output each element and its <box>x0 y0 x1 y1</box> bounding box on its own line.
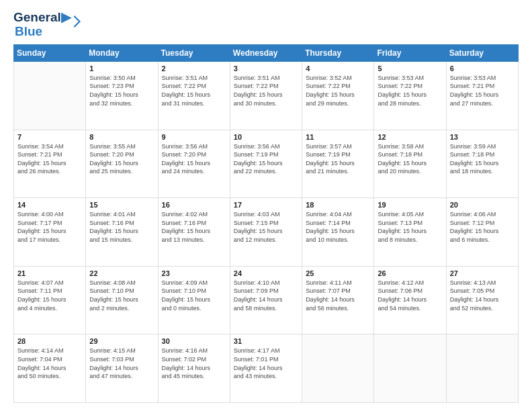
day-number: 2 <box>162 64 226 73</box>
day-number: 5 <box>378 64 442 73</box>
cell-content: Sunrise: 3:56 AM Sunset: 7:20 PM Dayligh… <box>162 142 226 176</box>
calendar-cell: 10Sunrise: 3:56 AM Sunset: 7:19 PM Dayli… <box>230 130 302 198</box>
cell-content: Sunrise: 4:01 AM Sunset: 7:16 PM Dayligh… <box>89 210 154 244</box>
calendar-cell: 15Sunrise: 4:01 AM Sunset: 7:16 PM Dayli… <box>86 198 158 267</box>
cell-content: Sunrise: 4:10 AM Sunset: 7:09 PM Dayligh… <box>234 279 298 312</box>
cell-content: Sunrise: 3:51 AM Sunset: 7:22 PM Dayligh… <box>234 74 298 107</box>
calendar-cell: 13Sunrise: 3:59 AM Sunset: 7:18 PM Dayli… <box>446 130 518 198</box>
day-number: 31 <box>234 337 298 345</box>
cell-content: Sunrise: 4:15 AM Sunset: 7:03 PM Dayligh… <box>89 347 154 380</box>
day-number: 8 <box>89 133 154 141</box>
logo: General▶ Blue <box>13 11 81 38</box>
calendar-cell: 25Sunrise: 4:11 AM Sunset: 7:07 PM Dayli… <box>302 266 374 334</box>
day-number: 24 <box>234 269 298 277</box>
weekday-saturday: Saturday <box>446 44 518 61</box>
cell-content: Sunrise: 3:50 AM Sunset: 7:23 PM Dayligh… <box>89 74 154 107</box>
weekday-tuesday: Tuesday <box>158 44 230 61</box>
calendar-cell <box>374 334 446 403</box>
calendar-cell: 12Sunrise: 3:58 AM Sunset: 7:18 PM Dayli… <box>374 130 446 198</box>
cell-content: Sunrise: 3:56 AM Sunset: 7:19 PM Dayligh… <box>234 142 298 176</box>
calendar-cell: 27Sunrise: 4:13 AM Sunset: 7:05 PM Dayli… <box>446 266 518 334</box>
cell-content: Sunrise: 4:14 AM Sunset: 7:04 PM Dayligh… <box>17 347 82 380</box>
cell-content: Sunrise: 4:08 AM Sunset: 7:10 PM Dayligh… <box>89 279 154 312</box>
cell-content: Sunrise: 3:53 AM Sunset: 7:21 PM Dayligh… <box>450 74 515 107</box>
cell-content: Sunrise: 3:59 AM Sunset: 7:18 PM Dayligh… <box>450 142 515 176</box>
calendar-cell: 29Sunrise: 4:15 AM Sunset: 7:03 PM Dayli… <box>86 334 158 403</box>
calendar-cell: 23Sunrise: 4:09 AM Sunset: 7:10 PM Dayli… <box>158 266 230 334</box>
day-number: 9 <box>162 133 226 141</box>
header: General▶ Blue <box>13 11 519 38</box>
calendar-cell: 1Sunrise: 3:50 AM Sunset: 7:23 PM Daylig… <box>86 61 158 130</box>
cell-content: Sunrise: 4:17 AM Sunset: 7:01 PM Dayligh… <box>234 347 298 380</box>
calendar-cell: 17Sunrise: 4:03 AM Sunset: 7:15 PM Dayli… <box>230 198 302 267</box>
calendar-week-1: 1Sunrise: 3:50 AM Sunset: 7:23 PM Daylig… <box>14 61 519 130</box>
calendar-cell <box>14 61 86 130</box>
calendar-cell: 14Sunrise: 4:00 AM Sunset: 7:17 PM Dayli… <box>14 198 86 267</box>
cell-content: Sunrise: 4:13 AM Sunset: 7:05 PM Dayligh… <box>450 279 515 312</box>
weekday-wednesday: Wednesday <box>230 44 302 61</box>
calendar-cell: 28Sunrise: 4:14 AM Sunset: 7:04 PM Dayli… <box>14 334 86 403</box>
calendar-cell: 7Sunrise: 3:54 AM Sunset: 7:21 PM Daylig… <box>14 130 86 198</box>
weekday-header-row: SundayMondayTuesdayWednesdayThursdayFrid… <box>14 44 519 61</box>
cell-content: Sunrise: 3:57 AM Sunset: 7:19 PM Dayligh… <box>306 142 370 176</box>
day-number: 22 <box>89 269 154 277</box>
day-number: 21 <box>17 269 82 277</box>
day-number: 20 <box>450 201 515 209</box>
calendar-cell <box>302 334 374 403</box>
weekday-monday: Monday <box>86 44 158 61</box>
calendar-cell: 19Sunrise: 4:05 AM Sunset: 7:13 PM Dayli… <box>374 198 446 267</box>
calendar-cell: 3Sunrise: 3:51 AM Sunset: 7:22 PM Daylig… <box>230 61 302 130</box>
logo-icon <box>69 15 81 28</box>
page: General▶ Blue SundayMondayTuesdayWednesd… <box>0 0 532 411</box>
cell-content: Sunrise: 4:04 AM Sunset: 7:14 PM Dayligh… <box>306 210 370 244</box>
cell-content: Sunrise: 4:11 AM Sunset: 7:07 PM Dayligh… <box>306 279 370 312</box>
day-number: 13 <box>450 133 515 141</box>
day-number: 27 <box>450 269 515 277</box>
weekday-thursday: Thursday <box>302 44 374 61</box>
calendar-cell: 16Sunrise: 4:02 AM Sunset: 7:16 PM Dayli… <box>158 198 230 267</box>
day-number: 4 <box>306 64 370 73</box>
calendar-week-3: 14Sunrise: 4:00 AM Sunset: 7:17 PM Dayli… <box>14 198 519 267</box>
cell-content: Sunrise: 4:05 AM Sunset: 7:13 PM Dayligh… <box>378 210 442 244</box>
cell-content: Sunrise: 3:51 AM Sunset: 7:22 PM Dayligh… <box>162 74 226 107</box>
day-number: 7 <box>17 133 82 141</box>
cell-content: Sunrise: 3:55 AM Sunset: 7:20 PM Dayligh… <box>89 142 154 176</box>
calendar-cell: 4Sunrise: 3:52 AM Sunset: 7:22 PM Daylig… <box>302 61 374 130</box>
day-number: 11 <box>306 133 370 141</box>
day-number: 25 <box>306 269 370 277</box>
cell-content: Sunrise: 4:00 AM Sunset: 7:17 PM Dayligh… <box>17 210 82 244</box>
day-number: 15 <box>89 201 154 209</box>
calendar-cell: 21Sunrise: 4:07 AM Sunset: 7:11 PM Dayli… <box>14 266 86 334</box>
calendar-week-5: 28Sunrise: 4:14 AM Sunset: 7:04 PM Dayli… <box>14 334 519 403</box>
calendar-cell: 20Sunrise: 4:06 AM Sunset: 7:12 PM Dayli… <box>446 198 518 267</box>
day-number: 29 <box>89 337 154 345</box>
calendar-cell: 6Sunrise: 3:53 AM Sunset: 7:21 PM Daylig… <box>446 61 518 130</box>
cell-content: Sunrise: 3:58 AM Sunset: 7:18 PM Dayligh… <box>378 142 442 176</box>
calendar-cell: 5Sunrise: 3:53 AM Sunset: 7:22 PM Daylig… <box>374 61 446 130</box>
day-number: 1 <box>89 64 154 73</box>
calendar-week-2: 7Sunrise: 3:54 AM Sunset: 7:21 PM Daylig… <box>14 130 519 198</box>
logo-blue: Blue <box>15 25 71 38</box>
day-number: 26 <box>378 269 442 277</box>
day-number: 18 <box>306 201 370 209</box>
calendar-cell <box>446 334 518 403</box>
cell-content: Sunrise: 4:16 AM Sunset: 7:02 PM Dayligh… <box>162 347 226 380</box>
cell-content: Sunrise: 3:54 AM Sunset: 7:21 PM Dayligh… <box>17 142 82 176</box>
weekday-friday: Friday <box>374 44 446 61</box>
calendar-cell: 9Sunrise: 3:56 AM Sunset: 7:20 PM Daylig… <box>158 130 230 198</box>
calendar-cell: 30Sunrise: 4:16 AM Sunset: 7:02 PM Dayli… <box>158 334 230 403</box>
cell-content: Sunrise: 3:53 AM Sunset: 7:22 PM Dayligh… <box>378 74 442 107</box>
calendar-cell: 24Sunrise: 4:10 AM Sunset: 7:09 PM Dayli… <box>230 266 302 334</box>
day-number: 12 <box>378 133 442 141</box>
calendar-table: SundayMondayTuesdayWednesdayThursdayFrid… <box>13 44 519 403</box>
day-number: 14 <box>17 201 82 209</box>
cell-content: Sunrise: 4:06 AM Sunset: 7:12 PM Dayligh… <box>450 210 515 244</box>
day-number: 19 <box>378 201 442 209</box>
calendar-cell: 18Sunrise: 4:04 AM Sunset: 7:14 PM Dayli… <box>302 198 374 267</box>
calendar-cell: 11Sunrise: 3:57 AM Sunset: 7:19 PM Dayli… <box>302 130 374 198</box>
cell-content: Sunrise: 3:52 AM Sunset: 7:22 PM Dayligh… <box>306 74 370 107</box>
day-number: 6 <box>450 64 515 73</box>
day-number: 23 <box>162 269 226 277</box>
logo-text: General▶ <box>13 11 71 25</box>
calendar-cell: 22Sunrise: 4:08 AM Sunset: 7:10 PM Dayli… <box>86 266 158 334</box>
